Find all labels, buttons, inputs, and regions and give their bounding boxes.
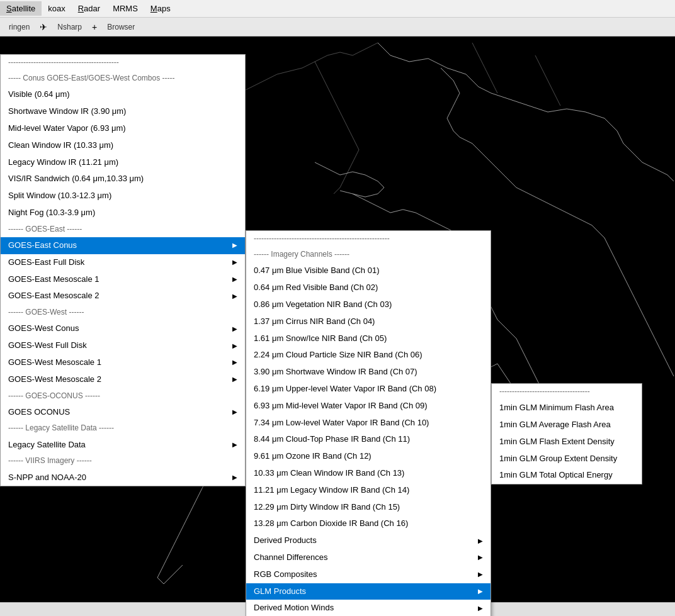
main-content: ----------------------------------------… bbox=[0, 36, 675, 602]
menu-ch15[interactable]: 12.29 μm Dirty Window IR Band (Ch 15) bbox=[246, 499, 491, 516]
menu-night-fog[interactable]: Night Fog (10.3-3.9 μm) bbox=[1, 204, 245, 221]
menu-goes-west-meso1[interactable]: GOES-West Mesoscale 1 ▶ bbox=[1, 354, 245, 371]
menu-derived-motion-winds-label: Derived Motion Winds bbox=[254, 602, 334, 615]
menubar: Satellite koax Radar MRMS Maps bbox=[0, 0, 675, 18]
menu-clean-window[interactable]: Clean Window IR (10.33 μm) bbox=[1, 137, 245, 154]
l2-separator-imagery: ------ Imagery Channels ------ bbox=[246, 247, 491, 262]
menu-ch02[interactable]: 0.64 μm Red Visible Band (Ch 02) bbox=[246, 279, 491, 296]
menu-ch09[interactable]: 6.93 μm Mid-level Water Vapor IR Band (C… bbox=[246, 398, 491, 415]
l3-separator-1: ------------------------------------ bbox=[492, 384, 642, 400]
arrow-icon: ▶ bbox=[232, 407, 237, 417]
menu-ch05[interactable]: 1.61 μm Snow/Ice NIR Band (Ch 05) bbox=[246, 330, 491, 347]
separator-conus-combo: ----- Conus GOES-East/GOES-West Combos -… bbox=[1, 70, 245, 86]
arrow-icon: ▶ bbox=[478, 569, 483, 580]
arrow-icon: ▶ bbox=[232, 324, 237, 334]
menu-glm-total-optical[interactable]: 1min GLM Total Optical Energy bbox=[492, 467, 642, 484]
menu-ch03[interactable]: 0.86 μm Vegetation NIR Band (Ch 03) bbox=[246, 296, 491, 313]
arrow-icon: ▶ bbox=[232, 440, 237, 450]
menu-channel-differences[interactable]: Channel Differences ▶ bbox=[246, 549, 491, 566]
menu-legacy-satellite-label: Legacy Satellite Data bbox=[8, 439, 86, 452]
menu-ch11[interactable]: 8.44 μm Cloud-Top Phase IR Band (Ch 11) bbox=[246, 431, 491, 448]
menu-koax[interactable]: koax bbox=[42, 1, 71, 16]
toolbar-browser[interactable]: Browser bbox=[102, 21, 140, 33]
menu-glm-flash-extent[interactable]: 1min GLM Flash Extent Density bbox=[492, 434, 642, 451]
separator-goes-east: ------ GOES-East ------ bbox=[1, 221, 245, 237]
menu-glm-products-label: GLM Products bbox=[254, 585, 306, 598]
arrow-icon: ▶ bbox=[232, 291, 237, 301]
menu-ch08[interactable]: 6.19 μm Upper-level Water Vapor IR Band … bbox=[246, 381, 491, 398]
menu-glm-products[interactable]: GLM Products ▶ bbox=[246, 583, 491, 600]
menu-legacy-window[interactable]: Legacy Window IR (11.21 μm) bbox=[1, 154, 245, 171]
menu-snpp-noaa[interactable]: S-NPP and NOAA-20 ▶ bbox=[1, 469, 245, 486]
toolbar-ringen[interactable]: ringen bbox=[4, 21, 35, 33]
menu-ch16[interactable]: 13.28 μm Carbon Dioxide IR Band (Ch 16) bbox=[246, 515, 491, 532]
separator-1: ----------------------------------------… bbox=[1, 55, 245, 70]
menu-maps[interactable]: Maps bbox=[144, 1, 177, 16]
menu-channel-differences-label: Channel Differences bbox=[254, 551, 328, 564]
airplane-icon[interactable]: ✈ bbox=[40, 22, 47, 32]
arrow-icon: ▶ bbox=[232, 374, 237, 384]
arrow-icon: ▶ bbox=[232, 357, 237, 367]
menu-goes-west-conus-label: GOES-West Conus bbox=[8, 322, 79, 335]
menu-split-window[interactable]: Split Window (10.3-12.3 μm) bbox=[1, 188, 245, 204]
toolbar: ringen ✈ Nsharp + Browser bbox=[0, 18, 675, 36]
menu-ch01[interactable]: 0.47 μm Blue Visible Band (Ch 01) bbox=[246, 262, 491, 279]
menu-goes-east-conus[interactable]: GOES-East Conus ▶ bbox=[1, 237, 245, 254]
satellite-dropdown: ----------------------------------------… bbox=[0, 54, 246, 486]
arrow-icon: ▶ bbox=[232, 257, 237, 267]
menu-derived-products[interactable]: Derived Products ▶ bbox=[246, 532, 491, 549]
toolbar-nsharp[interactable]: Nsharp bbox=[52, 21, 87, 33]
menu-snpp-noaa-label: S-NPP and NOAA-20 bbox=[8, 471, 86, 484]
arrow-icon: ▶ bbox=[232, 240, 237, 250]
menu-goes-west-meso2[interactable]: GOES-West Mesoscale 2 ▶ bbox=[1, 371, 245, 388]
menu-derived-motion-winds[interactable]: Derived Motion Winds ▶ bbox=[246, 600, 491, 616]
menu-goes-oconus[interactable]: GOES OCONUS ▶ bbox=[1, 404, 245, 421]
menu-legacy-satellite[interactable]: Legacy Satellite Data ▶ bbox=[1, 437, 245, 454]
menu-ch10[interactable]: 7.34 μm Low-level Water Vapor IR Band (C… bbox=[246, 415, 491, 432]
menu-derived-products-label: Derived Products bbox=[254, 534, 317, 547]
arrow-icon: ▶ bbox=[232, 473, 237, 483]
menu-vis-ir-sandwich[interactable]: VIS/IR Sandwich (0.64 μm,10.33 μm) bbox=[1, 171, 245, 188]
menu-goes-east-fulldisk[interactable]: GOES-East Full Disk ▶ bbox=[1, 254, 245, 271]
menu-ch06[interactable]: 2.24 μm Cloud Particle Size NIR Band (Ch… bbox=[246, 347, 491, 364]
menu-mrms[interactable]: MRMS bbox=[106, 1, 144, 16]
menu-goes-east-meso1-label: GOES-East Mesoscale 1 bbox=[8, 273, 99, 286]
arrow-icon: ▶ bbox=[232, 274, 237, 284]
menu-goes-east-fulldisk-label: GOES-East Full Disk bbox=[8, 256, 84, 269]
menu-goes-west-meso2-label: GOES-West Mesoscale 2 bbox=[8, 373, 101, 386]
goes-east-conus-dropdown: ----------------------------------------… bbox=[246, 230, 491, 616]
menu-ch04[interactable]: 1.37 μm Cirrus NIR Band (Ch 04) bbox=[246, 313, 491, 330]
menu-rgb-composites-label: RGB Composites bbox=[254, 568, 317, 581]
separator-goes-oconus: ------ GOES-OCONUS ------ bbox=[1, 388, 245, 404]
arrow-icon: ▶ bbox=[478, 603, 483, 613]
arrow-icon: ▶ bbox=[478, 552, 483, 563]
menu-goes-west-meso1-label: GOES-West Mesoscale 1 bbox=[8, 356, 101, 369]
menu-goes-west-conus[interactable]: GOES-West Conus ▶ bbox=[1, 320, 245, 337]
menu-goes-east-meso1[interactable]: GOES-East Mesoscale 1 ▶ bbox=[1, 271, 245, 288]
plus-icon[interactable]: + bbox=[92, 22, 97, 32]
menu-glm-group-extent[interactable]: 1min GLM Group Extent Density bbox=[492, 451, 642, 468]
menu-goes-east-conus-label: GOES-East Conus bbox=[8, 239, 77, 252]
menu-goes-east-meso2[interactable]: GOES-East Mesoscale 2 ▶ bbox=[1, 288, 245, 305]
menu-ch13[interactable]: 10.33 μm Clean Window IR Band (Ch 13) bbox=[246, 465, 491, 482]
separator-legacy: ------ Legacy Satellite Data ------ bbox=[1, 420, 245, 436]
arrow-icon: ▶ bbox=[478, 536, 483, 546]
arrow-icon: ▶ bbox=[478, 586, 483, 596]
menu-glm-avg-flash[interactable]: 1min GLM Average Flash Area bbox=[492, 417, 642, 434]
menu-ch14[interactable]: 11.21 μm Legacy Window IR Band (Ch 14) bbox=[246, 482, 491, 499]
menu-visible[interactable]: Visible (0.64 μm) bbox=[1, 86, 245, 103]
menu-glm-min-flash[interactable]: 1min GLM Minimum Flash Area bbox=[492, 400, 642, 417]
menu-goes-oconus-label: GOES OCONUS bbox=[8, 406, 70, 419]
menu-ch07[interactable]: 3.90 μm Shortwave Window IR Band (Ch 07) bbox=[246, 364, 491, 381]
menu-radar[interactable]: Radar bbox=[72, 1, 106, 16]
arrow-icon: ▶ bbox=[232, 341, 237, 351]
menu-satellite[interactable]: Satellite bbox=[0, 1, 42, 16]
menu-shortwave-ir[interactable]: Shortwave Window IR (3.90 μm) bbox=[1, 103, 245, 120]
separator-viirs: ------ VIIRS Imagery ------ bbox=[1, 453, 245, 469]
menu-goes-east-meso2-label: GOES-East Mesoscale 2 bbox=[8, 289, 99, 303]
l2-separator-1: ----------------------------------------… bbox=[246, 231, 491, 247]
menu-midlevel-wv[interactable]: Mid-level Water Vapor (6.93 μm) bbox=[1, 120, 245, 137]
menu-goes-west-fulldisk[interactable]: GOES-West Full Disk ▶ bbox=[1, 337, 245, 354]
menu-rgb-composites[interactable]: RGB Composites ▶ bbox=[246, 566, 491, 583]
menu-ch12[interactable]: 9.61 μm Ozone IR Band (Ch 12) bbox=[246, 448, 491, 465]
